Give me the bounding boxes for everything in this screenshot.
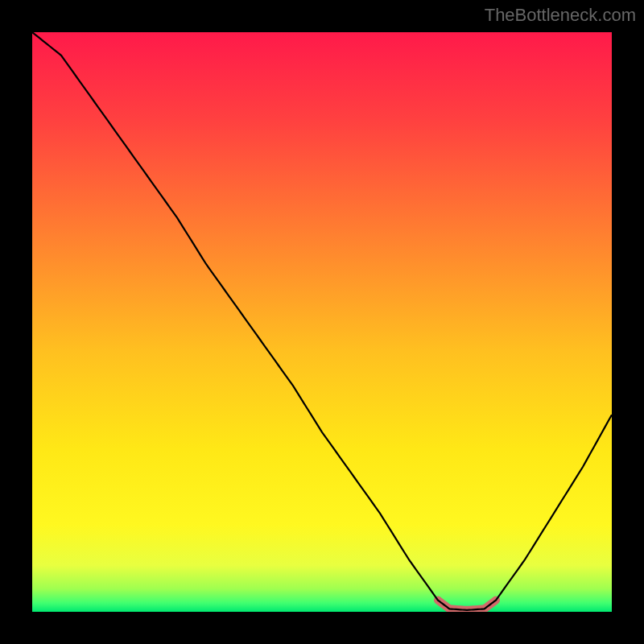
plot-area	[32, 32, 612, 612]
bottleneck-chart	[32, 32, 612, 612]
gradient-background	[32, 32, 612, 612]
chart-container: TheBottleneck.com	[0, 0, 644, 644]
attribution-text: TheBottleneck.com	[485, 5, 636, 26]
